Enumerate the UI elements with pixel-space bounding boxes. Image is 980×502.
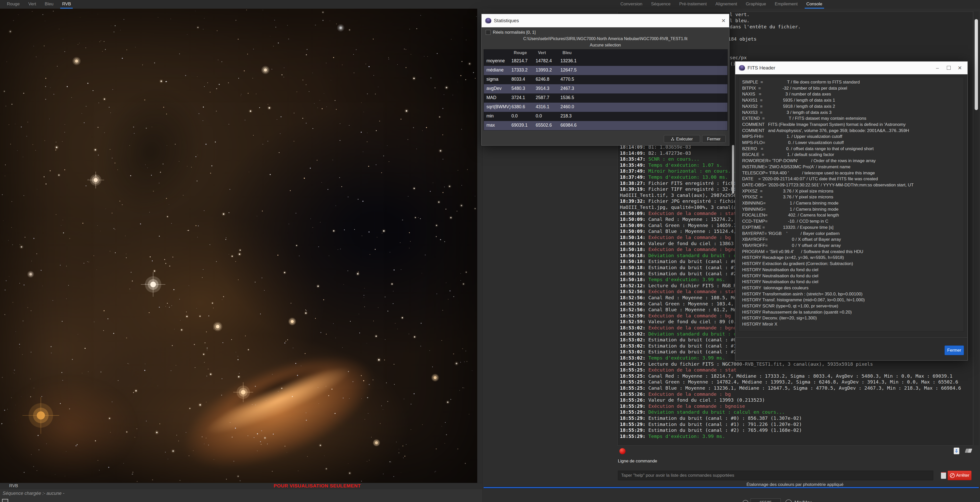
console-line: 18:55:25: Canal Blue : Moyenne : 13236.1…	[620, 385, 961, 391]
close-icon[interactable]: ✕	[718, 14, 729, 27]
maximize-icon[interactable]	[943, 61, 954, 75]
tab-console[interactable]: Console	[802, 0, 827, 9]
tab-empilement[interactable]: Empilement	[770, 0, 802, 9]
tab-rvb[interactable]: RVB	[58, 0, 75, 9]
high-cutoff-input[interactable]	[751, 499, 781, 502]
console-line: 18:50:14: Exécution de la commande : bg	[620, 234, 731, 240]
channel-mode-label: RVB	[9, 483, 18, 488]
stats-value: 65502.6	[536, 123, 552, 128]
stats-row-min[interactable]: min0.00.0218.3	[484, 112, 727, 121]
statistics-titlebar[interactable]: Statistiques ✕	[482, 14, 729, 27]
stats-row-label: sigma	[487, 76, 511, 82]
stats-row-avgDev[interactable]: avgDev5480.33914.32467.3	[484, 84, 727, 94]
console-line: 18:55:26: Valeur de fond du ciel : 13993…	[620, 397, 765, 403]
fits-header-cards: SIMPLE = T / file does conform to FITS s…	[738, 77, 964, 327]
console-line: 18:52:56: Exécution de la commande : sta…	[620, 288, 737, 295]
console-line: 18:53:02: Estimation du bruit (canal : #…	[620, 343, 737, 349]
checkbox-icon[interactable]	[486, 30, 490, 35]
console-line: 18:55:29: Estimation du bruit (canal : #…	[620, 421, 802, 427]
stats-value: 6380.6	[511, 104, 525, 110]
console-line: 18:52:59: Valeur de fond du ciel : 89 (0…	[620, 319, 737, 325]
tab-vert[interactable]: Vert	[24, 0, 40, 9]
stats-value: 8033.4	[511, 76, 525, 82]
stats-row-sqrt(BWMV)[interactable]: sqrt(BWMV)6380.64316.12460.0	[484, 103, 727, 112]
channel-tabs: RougeVertBleuRVB	[3, 0, 75, 9]
export-log-icon[interactable]: ⇩	[954, 448, 959, 454]
stats-value: 2460.0	[560, 104, 574, 110]
stats-row-sigma[interactable]: sigma8033.46246.84770.5	[484, 75, 727, 84]
console-scrollbar[interactable]	[974, 11, 979, 445]
sequence-status-bar: Séquence chargée :- aucune -	[0, 489, 482, 502]
normalized-checkbox-label: Réels normalisés [0, 1]	[493, 30, 536, 35]
tab-pré-traitement[interactable]: Pré-traitement	[675, 0, 711, 9]
stats-value: 5480.3	[511, 86, 525, 91]
console-line: 18:50:18: Estimation du bruit (canal : #…	[620, 265, 737, 270]
fits-close-button[interactable]: Fermer	[945, 346, 964, 355]
console-line: 18:38:27: Fichier FITS enregistré : fich…	[620, 180, 737, 186]
console-line: 18:52:59: Exécution de la commande : bg	[620, 313, 731, 319]
stats-value: 3724.1	[511, 95, 525, 100]
scrollbar-artifact	[732, 145, 734, 194]
tab-graphique[interactable]: Graphique	[741, 0, 770, 9]
console-line-fragment: l bleu.	[730, 18, 749, 23]
clear-console-icon[interactable]	[965, 449, 972, 453]
console-line: 18:50:09: Canal Red : Moyenne : 15274.2,	[620, 216, 734, 222]
stats-value: 13236.1	[560, 58, 576, 64]
image-viewer-window: RVB POUR VISUALISATION SEULEMENT Séquenc…	[0, 9, 482, 502]
scrollbar-thumb[interactable]	[975, 19, 978, 110]
star-field	[0, 9, 477, 483]
siril-logo-icon	[739, 65, 745, 71]
statistics-table: RougeVertBleumoyenne18214.714782.413236.…	[484, 49, 728, 131]
command-input[interactable]	[618, 470, 933, 480]
stats-value: 13993.2	[536, 67, 552, 73]
tab-rouge[interactable]: Rouge	[3, 0, 24, 9]
stop-button-label: Arrêter	[956, 473, 969, 478]
image-footer-bar: RVB POUR VISUALISATION SEULEMENT	[0, 483, 482, 489]
tab-alignement[interactable]: Alignement	[711, 0, 741, 9]
command-list-icon[interactable]	[941, 472, 946, 479]
record-dot-icon[interactable]	[619, 448, 625, 454]
console-line: 18:53:02: Estimation du bruit (canal : #…	[620, 337, 737, 343]
tab-bleu[interactable]: Bleu	[40, 0, 58, 9]
close-icon[interactable]: ✕	[954, 61, 966, 75]
display-mode-radio[interactable]	[742, 500, 749, 502]
stats-row-label: moyenne	[487, 58, 511, 64]
stats-value: 0.0	[511, 113, 517, 119]
tab-conversion[interactable]: Conversion	[616, 0, 647, 9]
minmax-label: Min/Max	[794, 500, 812, 502]
console-line-fragment: sec/px	[730, 55, 747, 60]
tab-séquence[interactable]: Séquence	[647, 0, 675, 9]
console-line: 18:50:09: Canal Blue : Moyenne : 15124.4…	[620, 228, 737, 234]
console-line: 18:55:26: Exécution de la commande : bg	[620, 391, 731, 397]
minimize-icon[interactable]: –	[932, 61, 943, 75]
stats-row-label: MAD	[487, 95, 511, 100]
stats-header-row: RougeVertBleu	[484, 49, 727, 57]
nebula-image[interactable]	[0, 9, 477, 483]
stats-row-max[interactable]: max69039.165502.666984.6	[484, 121, 727, 130]
stats-row-médiane[interactable]: médiane17333.213993.212647.5	[484, 66, 727, 75]
normalized-checkbox-row[interactable]: Réels normalisés [0, 1]	[486, 30, 536, 35]
stats-close-button[interactable]: Fermer	[702, 135, 725, 143]
console-line: 18:50:18: Estimation du bruit (canal : #…	[620, 271, 737, 277]
console-line: HaOIII_Test1.tif, 3 canal(aux), 2987x295…	[620, 192, 737, 198]
stats-value: 12647.5	[560, 67, 576, 73]
fits-header-text[interactable]: SIMPLE = T / file does conform to FITS s…	[738, 77, 964, 332]
stats-value: 4316.1	[536, 104, 549, 110]
console-line: 18:55:29: Déviation standard du bruit : …	[620, 409, 785, 415]
divider	[735, 337, 967, 338]
execute-button[interactable]: Exécuter	[664, 135, 700, 143]
fits-titlebar[interactable]: FITS Header – ✕	[735, 62, 967, 74]
stats-row-MAD[interactable]: MAD3724.12587.71536.5	[484, 94, 727, 103]
fits-title: FITS Header	[748, 65, 775, 71]
sequence-status: Séquence chargée :- aucune -	[3, 491, 64, 496]
stop-button[interactable]: Arrêter	[948, 470, 972, 480]
fits-header-dialog: FITS Header – ✕ SIMPLE = T / file does c…	[735, 61, 968, 360]
stats-row-moyenne[interactable]: moyenne18214.714782.413236.1	[484, 57, 727, 66]
minmax-radio[interactable]	[785, 499, 792, 502]
stats-value: 17333.2	[511, 67, 528, 73]
partial-checkbox[interactable]	[2, 499, 8, 502]
stats-value: 6246.8	[536, 76, 549, 82]
stats-value: 2467.3	[560, 86, 574, 91]
visualisation-warning: POUR VISUALISATION SEULEMENT	[274, 483, 361, 489]
console-line: HaOIII_Test1.jpg, qualité=100%, 3 canal(…	[620, 204, 737, 210]
